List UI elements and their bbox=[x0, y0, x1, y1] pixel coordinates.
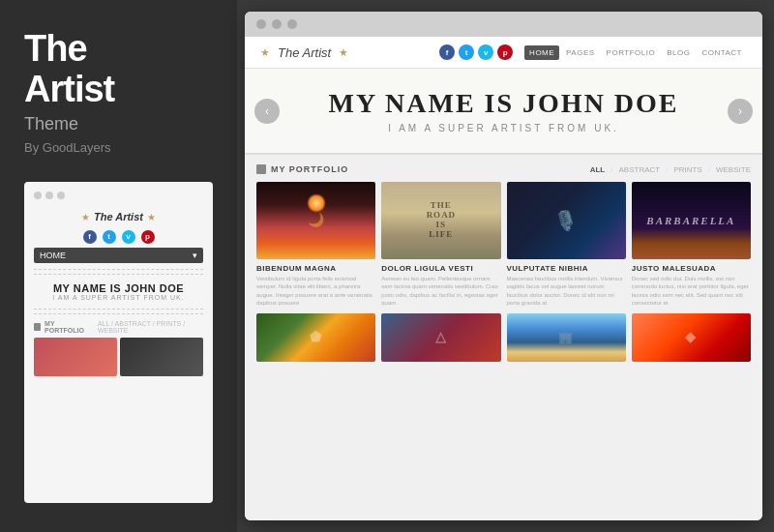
portfolio-thumb-6[interactable]: △ bbox=[381, 313, 500, 362]
right-panel: ★ The Artist ★ f t v p HOME PAGES PORTFO… bbox=[237, 0, 774, 532]
theme-title-text: The Artist bbox=[24, 29, 213, 110]
browser-dot-3 bbox=[287, 19, 297, 29]
portfolio-filters: ALL / ABSTRACT / PRINTS / WEBSITE bbox=[590, 165, 751, 174]
menu-home[interactable]: HOME bbox=[524, 45, 559, 60]
pinterest-icon: p bbox=[141, 230, 155, 244]
social-icons: f t v p bbox=[439, 44, 513, 60]
site-portfolio: MY PORTFOLIO ALL / ABSTRACT / PRINTS / W… bbox=[245, 155, 762, 520]
preview-hero: MY NAME IS JOHN DOE I AM A SUPER ARTIST … bbox=[34, 274, 203, 310]
filter-all[interactable]: ALL bbox=[590, 165, 606, 174]
browser-window: ★ The Artist ★ f t v p HOME PAGES PORTFO… bbox=[245, 12, 762, 520]
portfolio-item-desc-4: Donec sed odio dui. Duis mollis, est non… bbox=[632, 275, 751, 308]
filter-abstract[interactable]: ABSTRACT bbox=[619, 165, 661, 174]
menu-contact[interactable]: CONTACT bbox=[697, 45, 747, 60]
nav-star-right: ★ bbox=[339, 46, 348, 59]
browser-content: ★ The Artist ★ f t v p HOME PAGES PORTFO… bbox=[245, 37, 762, 520]
portfolio-item-6: △ bbox=[381, 313, 500, 367]
preview-thumb-1 bbox=[34, 338, 117, 376]
preview-thumb-2 bbox=[120, 338, 203, 376]
preview-hero-title: MY NAME IS JOHN DOE bbox=[34, 282, 203, 294]
preview-thumbnails bbox=[34, 338, 203, 376]
portfolio-icon-small bbox=[34, 323, 41, 331]
menu-portfolio[interactable]: PORTFOLIO bbox=[602, 45, 661, 60]
site-nav: ★ The Artist ★ f t v p HOME PAGES PORTFO… bbox=[245, 37, 762, 69]
left-panel: The Artist Theme By GoodLayers ★ The Art… bbox=[0, 0, 237, 532]
star-right-icon: ★ bbox=[147, 212, 156, 222]
portfolio-item-title-1: BIBENDUM MAGNA bbox=[256, 264, 375, 273]
portfolio-item-5: ⬟ bbox=[256, 313, 375, 367]
portfolio-item-4: BARBARELLA JUSTO MALESUADA Donec sed odi… bbox=[632, 182, 751, 308]
portfolio-item-desc-1: Vestibulum id ligula porta felis euismod… bbox=[256, 275, 375, 308]
filter-prints[interactable]: PRINTS bbox=[673, 165, 701, 174]
menu-pages[interactable]: PAGES bbox=[561, 45, 599, 60]
preview-social-icons: f t v p bbox=[34, 230, 203, 244]
preview-header: ★ The Artist ★ bbox=[34, 207, 203, 224]
hero-subtitle: I AM A SUPER ARTIST FROM UK. bbox=[283, 123, 724, 133]
portfolio-item-1: 🌙 BIBENDUM MAGNA Vestibulum id ligula po… bbox=[256, 182, 375, 308]
site-nav-title: The Artist bbox=[278, 45, 331, 60]
dot-green bbox=[57, 192, 65, 199]
portfolio-thumb-5[interactable]: ⬟ bbox=[256, 313, 375, 362]
hero-next-button[interactable]: › bbox=[728, 99, 753, 124]
site-nav-right: f t v p HOME PAGES PORTFOLIO BLOG CONTAC… bbox=[439, 44, 747, 60]
star-left-icon: ★ bbox=[81, 212, 90, 222]
preview-traffic-lights bbox=[34, 192, 203, 199]
portfolio-label-icon bbox=[256, 164, 266, 174]
site-hero: ‹ MY NAME IS JOHN DOE I AM A SUPER ARTIS… bbox=[245, 69, 762, 155]
portfolio-grid-row2: ⬟ △ 🏢 ◆ bbox=[256, 313, 751, 367]
portfolio-item-desc-2: Aenean eu leo quam. Pellentesque ornare … bbox=[381, 275, 500, 308]
nav-pinterest-icon[interactable]: p bbox=[497, 44, 513, 60]
site-nav-left: ★ The Artist ★ bbox=[260, 45, 348, 60]
dot-red bbox=[34, 192, 42, 199]
portfolio-item-3: 🎙️ VULPUTATE NIBHIA Maecenas faucibus mo… bbox=[507, 182, 626, 308]
nav-vimeo-icon[interactable]: v bbox=[478, 44, 493, 60]
browser-titlebar bbox=[245, 12, 762, 37]
twitter-icon: t bbox=[103, 230, 116, 244]
theme-subtitle: Theme bbox=[24, 114, 213, 134]
portfolio-thumb-2[interactable]: THEROADISLIFE bbox=[381, 182, 500, 259]
portfolio-item-title-3: VULPUTATE NIBHIA bbox=[507, 264, 626, 273]
site-menu: HOME PAGES PORTFOLIO BLOG CONTACT bbox=[524, 45, 747, 60]
hero-main-title: MY NAME IS JOHN DOE bbox=[283, 88, 724, 119]
portfolio-item-desc-3: Maecenas faucibus mollis interdum. Vivam… bbox=[507, 275, 626, 308]
portfolio-thumb-8[interactable]: ◆ bbox=[632, 313, 751, 362]
nav-facebook-icon[interactable]: f bbox=[439, 44, 455, 60]
filter-website[interactable]: WEBSITE bbox=[716, 165, 751, 174]
dot-yellow bbox=[45, 192, 53, 199]
hero-prev-button[interactable]: ‹ bbox=[254, 99, 280, 124]
portfolio-label: MY PORTFOLIO bbox=[256, 164, 348, 174]
preview-hero-sub: I AM A SUPER ARTIST FROM UK. bbox=[34, 294, 203, 301]
portfolio-item-7: 🏢 bbox=[507, 313, 626, 367]
portfolio-thumb-4[interactable]: BARBARELLA bbox=[632, 182, 751, 259]
menu-blog[interactable]: BLOG bbox=[662, 45, 695, 60]
facebook-icon: f bbox=[83, 230, 97, 244]
portfolio-thumb-3[interactable]: 🎙️ bbox=[507, 182, 626, 259]
portfolio-header: MY PORTFOLIO ALL / ABSTRACT / PRINTS / W… bbox=[256, 164, 751, 174]
portfolio-item-title-4: JUSTO MALESUADA bbox=[632, 264, 751, 273]
portfolio-thumb-1[interactable]: 🌙 bbox=[256, 182, 375, 259]
theme-author: By GoodLayers bbox=[24, 140, 213, 155]
portfolio-item-8: ◆ bbox=[632, 313, 751, 367]
portfolio-item-2: THEROADISLIFE DOLOR LIGULA VESTI Aenean … bbox=[381, 182, 500, 308]
nav-twitter-icon[interactable]: t bbox=[459, 44, 474, 60]
mobile-preview: ★ The Artist ★ f t v p HOME ▾ MY NAME IS… bbox=[24, 182, 213, 503]
preview-portfolio-label: MY PORTFOLIO ALL / ABSTRACT / PRINTS / W… bbox=[34, 320, 203, 334]
theme-title: The Artist Theme By GoodLayers bbox=[24, 29, 213, 155]
vimeo-icon: v bbox=[122, 230, 135, 244]
preview-nav-select[interactable]: HOME ▾ bbox=[34, 248, 203, 263]
portfolio-thumb-7[interactable]: 🏢 bbox=[507, 313, 626, 362]
portfolio-grid-row1: 🌙 BIBENDUM MAGNA Vestibulum id ligula po… bbox=[256, 182, 751, 308]
browser-dot-2 bbox=[272, 19, 282, 29]
nav-star-left: ★ bbox=[260, 46, 270, 59]
portfolio-item-title-2: DOLOR LIGULA VESTI bbox=[381, 264, 500, 273]
browser-dot-1 bbox=[256, 19, 266, 29]
preview-site-title: The Artist bbox=[94, 211, 143, 222]
